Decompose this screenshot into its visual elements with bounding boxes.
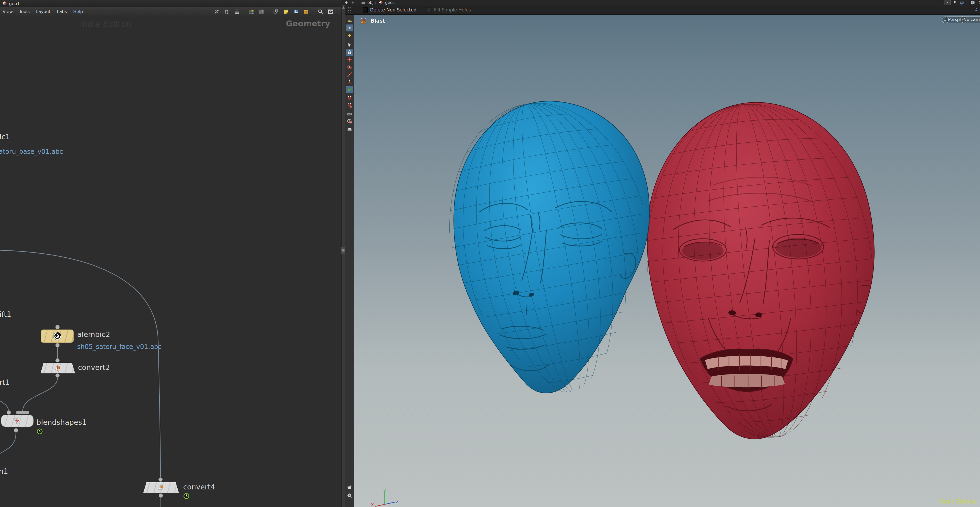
pin-icon[interactable] — [952, 0, 958, 5]
list-view-icon[interactable] — [234, 8, 240, 15]
menu-view[interactable]: View — [3, 9, 13, 14]
breadcrumb-geo1[interactable]: geo1 — [385, 0, 395, 5]
node-blendshapes1[interactable] — [1, 415, 33, 427]
node-alembic2-input-connector[interactable] — [56, 325, 60, 329]
viewport-state-label: Blast — [371, 18, 385, 24]
pane-splitter-handle[interactable] — [341, 247, 345, 254]
node-sublabel-alembic2: sh05_satoru_face_v01.abc — [77, 343, 162, 351]
rotate-tool-icon[interactable] — [346, 64, 353, 70]
snap-options-icon[interactable] — [346, 102, 353, 109]
svg-text:z: z — [396, 499, 398, 504]
sticky-note-icon[interactable] — [283, 8, 289, 15]
layout-boxes-icon[interactable] — [273, 8, 279, 15]
select-dynamics-icon[interactable] — [346, 32, 353, 39]
node-blendshapes1-input-connector[interactable] — [6, 410, 11, 415]
node-convert4-output-connector[interactable] — [159, 493, 163, 498]
time-dependent-badge — [183, 493, 189, 499]
node-convert2-output-connector[interactable] — [56, 373, 60, 378]
figure-icon[interactable] — [977, 0, 980, 5]
obj-network-icon — [361, 0, 366, 5]
lighting-icon[interactable] — [346, 126, 353, 132]
node-label-alembic1-partial[interactable]: ic1 — [0, 132, 10, 141]
nav-forward-icon[interactable] — [350, 0, 356, 5]
node-label-blendshapes1[interactable]: blendshapes1 — [37, 418, 86, 426]
network-wires — [0, 16, 341, 507]
blendshapes-icon — [13, 416, 22, 425]
alembic-icon — [52, 331, 62, 341]
viewport-left-toolbar — [345, 14, 354, 507]
mini-figure-icon[interactable] — [974, 8, 978, 13]
nav-back-icon[interactable] — [344, 0, 349, 5]
viewer-path-bar: obj › geo1 ▾ — [341, 0, 980, 5]
node-alembic2[interactable] — [41, 329, 74, 343]
fill-simple-holes-checkbox[interactable]: Fill Simple Holes — [426, 7, 471, 13]
display-options-icon[interactable] — [258, 8, 265, 15]
time-dependent-badge — [37, 428, 43, 435]
viewport-state-row: Blast — [360, 17, 385, 24]
node-convert2[interactable] — [40, 363, 75, 373]
asset-gallery-icon[interactable] — [303, 8, 309, 15]
node-blendshapes1-output-connector[interactable] — [14, 428, 18, 432]
svg-text:y: y — [383, 488, 386, 493]
breadcrumb-separator: › — [375, 0, 377, 5]
linked-panes-icon[interactable] — [959, 0, 964, 5]
houdini-logo-icon — [2, 1, 7, 6]
breadcrumb-obj[interactable]: obj — [368, 0, 374, 5]
scale-tool-icon[interactable] — [346, 71, 353, 78]
display-mode-cube-icon[interactable] — [970, 0, 975, 5]
flipbook-icon[interactable] — [346, 492, 353, 499]
select-tool-icon[interactable] — [346, 41, 353, 48]
scene-render[interactable] — [354, 14, 980, 507]
network-pane-titlebar: geo1 — [0, 0, 341, 7]
node-label-convert2[interactable]: convert2 — [78, 363, 110, 372]
show-handles-icon[interactable] — [346, 17, 353, 24]
svg-text:x: x — [371, 502, 374, 507]
network-menubar: View Tools Layout Labs Help — [0, 7, 341, 16]
checkbox-box[interactable] — [363, 8, 368, 13]
camera-tool-icon[interactable] — [346, 110, 353, 118]
select-geometry-icon[interactable] — [346, 24, 353, 32]
pose-tool-icon[interactable] — [346, 78, 353, 86]
node-label-unknown1-partial[interactable]: n1 — [0, 467, 8, 475]
node-convert4-input-connector[interactable] — [158, 477, 163, 482]
menu-labs[interactable]: Labs — [57, 9, 67, 14]
node-label-convert4[interactable]: convert4 — [183, 483, 215, 491]
show-hidden-icon[interactable] — [328, 8, 334, 15]
search-icon[interactable] — [317, 8, 324, 15]
network-canvas[interactable]: Indie Edition Geometry ic1 atoru_base_v0… — [0, 16, 341, 507]
toolbar-drag-handle-icon[interactable] — [346, 6, 353, 13]
menu-layout[interactable]: Layout — [36, 9, 50, 14]
node-label-timeshift1-partial[interactable]: ift1 — [0, 310, 11, 318]
node-label-convert1-partial[interactable]: rt1 — [0, 378, 10, 386]
tool-options-bar: Delete Non Selected Fill Simple Holes — [345, 5, 980, 14]
window-title: geo1 — [9, 1, 20, 6]
node-convert2-input-connector[interactable] — [56, 358, 60, 362]
menu-tools[interactable]: Tools — [19, 9, 30, 14]
background-image-icon[interactable] — [293, 8, 299, 15]
head-left-blue[interactable] — [427, 87, 675, 411]
color-palette-icon[interactable] — [248, 8, 255, 15]
delete-non-selected-checkbox[interactable]: Delete Non Selected — [363, 7, 417, 13]
convert-icon — [54, 364, 62, 372]
node-blendshapes1-multi-input[interactable] — [16, 411, 29, 414]
node-convert4[interactable] — [143, 482, 179, 493]
node-alembic2-output-connector[interactable] — [56, 343, 60, 347]
secure-selection-icon[interactable] — [346, 49, 353, 56]
snap-magnet-icon[interactable] — [346, 94, 353, 102]
camera-selector[interactable]: No cam — [960, 16, 980, 23]
convert-icon — [157, 483, 165, 491]
translate-tool-icon[interactable] — [346, 56, 353, 63]
network-vertical-scrollbar[interactable] — [341, 5, 345, 507]
path-history-dropdown[interactable]: ▾ — [944, 0, 951, 5]
houdini-logo-icon — [378, 0, 383, 5]
checkbox-box[interactable] — [426, 8, 431, 13]
head-right-red[interactable] — [631, 93, 889, 448]
current-tool-state-icon[interactable] — [346, 86, 353, 93]
menu-help[interactable]: Help — [73, 9, 83, 14]
snapshot-icon[interactable] — [346, 483, 353, 491]
tools-icon[interactable] — [213, 8, 220, 15]
tree-view-icon[interactable] — [224, 8, 230, 15]
node-label-alembic2[interactable]: alembic2 — [77, 330, 110, 339]
viewport-3d[interactable]: Blast Persp No cam y x z Indie Edition — [354, 14, 980, 507]
view-pivot-icon[interactable] — [346, 118, 353, 125]
